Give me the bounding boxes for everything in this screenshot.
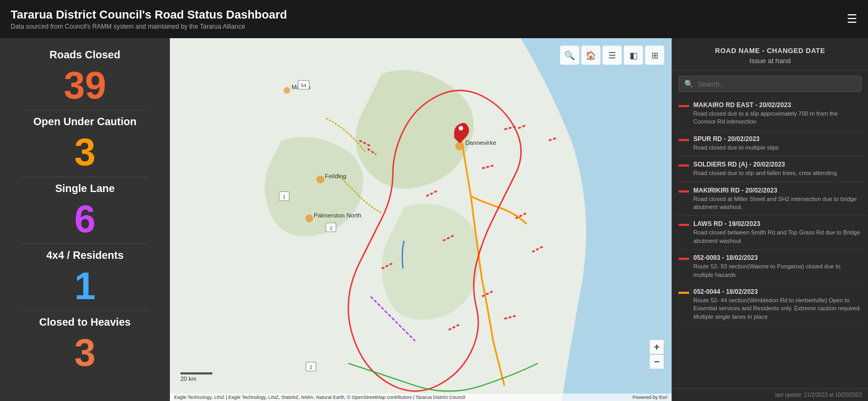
road-status-indicator — [678, 164, 689, 167]
map-attribution: Eagle Technology, LINZ | Eagle Technolog… — [170, 394, 672, 401]
stat-label-2: Single Lane — [55, 182, 115, 195]
road-item-description: Road closed at Miller Street and SH2 int… — [693, 195, 862, 212]
svg-text:54: 54 — [301, 82, 307, 88]
road-list-item[interactable]: SPUR RD - 20/02/2023Road closed due to m… — [674, 131, 866, 156]
svg-text:2: 2 — [330, 225, 332, 231]
road-item-description: Route 52- 93 section(Waione to Pongaroa)… — [693, 263, 862, 279]
road-item-title: MAKIRIKIRI RD - 20/02/2023 — [693, 187, 862, 194]
svg-point-23 — [459, 126, 463, 130]
stat-value-1: 3 — [74, 133, 96, 171]
road-item-title: LAWS RD - 19/02/2023 — [693, 220, 862, 228]
search-input[interactable] — [698, 80, 856, 88]
svg-point-17 — [316, 176, 324, 184]
road-list-item[interactable]: 052-0044 - 18/02/2023Route 52- 44 sectio… — [674, 284, 866, 326]
map-zoom-controls: + − — [649, 339, 664, 369]
stat-label-1: Open Under Caution — [33, 116, 136, 128]
map-layers-button[interactable]: ◧ — [624, 46, 643, 65]
road-list-item[interactable]: SOLDIERS RD (A) - 20/02/2023Road closed … — [674, 156, 866, 182]
main-content: Roads Closed 39 Open Under Caution 3 Sin… — [0, 38, 868, 401]
road-detail-title: ROAD NAME - CHANGED DATE — [681, 47, 860, 55]
road-status-indicator — [678, 190, 689, 193]
road-item-description: Road closed due to multiple slips — [693, 144, 862, 152]
road-item-content: SPUR RD - 20/02/2023Road closed due to m… — [693, 135, 862, 152]
app-header: Tararua District Council's Road Status D… — [0, 0, 868, 38]
road-item-content: LAWS RD - 19/02/2023Road closed between … — [693, 220, 862, 245]
road-list: MAKAIRO RD EAST - 20/02/2023Road closed … — [672, 97, 868, 388]
road-detail-header: ROAD NAME - CHANGED DATE Issue at hand — [672, 38, 868, 71]
road-status-indicator — [678, 292, 689, 294]
map-home-button[interactable]: 🏠 — [581, 46, 600, 65]
stat-value-0: 39 — [64, 66, 106, 104]
last-update-text: last update: 21/2/2023 at 10/20/2023 — [672, 388, 868, 401]
scale-label: 20 km — [181, 376, 196, 382]
svg-text:Feilding: Feilding — [325, 173, 346, 179]
svg-text:1: 1 — [283, 194, 286, 199]
svg-text:2: 2 — [310, 364, 312, 370]
stat-value-4: 3 — [74, 334, 96, 372]
right-panel: ROAD NAME - CHANGED DATE Issue at hand 🔍… — [672, 38, 868, 401]
road-item-title: SOLDIERS RD (A) - 20/02/2023 — [693, 161, 862, 168]
map-area[interactable]: 🔍 🏠 ☰ ◧ ⊞ + − 20 km — [170, 38, 672, 401]
map-list-button[interactable]: ☰ — [603, 46, 622, 65]
map-scale: 20 km — [181, 372, 212, 382]
map-qr-button[interactable]: ⊞ — [645, 46, 664, 65]
road-detail-issue: Issue at hand — [681, 57, 860, 65]
svg-text:Dannevirke: Dannevirke — [466, 140, 496, 146]
road-status-indicator — [678, 105, 689, 107]
attribution-text: Eagle Technology, LINZ | Eagle Technolog… — [174, 395, 465, 400]
road-item-content: MAKIRIKIRI RD - 20/02/2023Road closed at… — [693, 187, 862, 212]
road-item-content: SOLDIERS RD (A) - 20/02/2023Road closed … — [693, 161, 862, 177]
road-item-description: Route 52- 44 section(Wimbledon Rd to Her… — [693, 297, 862, 321]
scale-bar — [181, 372, 212, 374]
search-box[interactable]: 🔍 — [678, 76, 862, 92]
road-item-description: Road closed due to slip and fallen trees… — [693, 169, 862, 177]
road-item-description: Road closed between Smith Rd and Top Gra… — [693, 229, 862, 245]
powered-text: Powered by Esri — [632, 395, 667, 400]
svg-point-21 — [283, 87, 290, 94]
road-item-title: SPUR RD - 20/02/2023 — [693, 135, 862, 143]
svg-text:Palmerston North: Palmerston North — [314, 212, 362, 219]
app-title: Tararua District Council's Road Status D… — [11, 8, 287, 22]
road-list-item[interactable]: LAWS RD - 19/02/2023Road closed between … — [674, 216, 866, 250]
road-list-item[interactable]: 052-0093 - 18/02/2023Route 52- 93 sectio… — [674, 250, 866, 284]
stat-label-4: Closed to Heavies — [39, 316, 131, 328]
search-icon: 🔍 — [684, 80, 693, 88]
road-item-description: Road closed due to a slip approximately … — [693, 110, 862, 126]
road-item-content: 052-0044 - 18/02/2023Route 52- 44 sectio… — [693, 288, 862, 321]
map-svg: Dannevirke Feilding Palmerston North Mar… — [170, 38, 672, 401]
stat-value-3: 1 — [74, 267, 96, 305]
road-status-indicator — [678, 224, 689, 226]
stat-value-2: 6 — [74, 200, 96, 238]
stat-label-3: 4x4 / Residents — [46, 249, 124, 261]
divider-4 — [21, 310, 149, 311]
stats-panel: Roads Closed 39 Open Under Caution 3 Sin… — [0, 38, 170, 401]
zoom-out-button[interactable]: − — [649, 354, 664, 369]
svg-point-19 — [305, 215, 313, 223]
menu-icon[interactable]: ☰ — [847, 12, 857, 26]
header-text: Tararua District Council's Road Status D… — [11, 8, 287, 30]
divider-2 — [21, 177, 149, 177]
road-list-item[interactable]: MAKIRIKIRI RD - 20/02/2023Road closed at… — [674, 182, 866, 216]
app-subtitle: Data sourced from Council's RAMM system … — [11, 23, 287, 30]
road-item-title: 052-0044 - 18/02/2023 — [693, 288, 862, 295]
road-status-indicator — [678, 258, 689, 260]
road-item-title: MAKAIRO RD EAST - 20/02/2023 — [693, 101, 862, 109]
road-status-indicator — [678, 139, 689, 141]
road-list-item[interactable]: MAKAIRO RD EAST - 20/02/2023Road closed … — [674, 97, 866, 131]
road-item-content: 052-0093 - 18/02/2023Route 52- 93 sectio… — [693, 254, 862, 279]
road-item-title: 052-0093 - 18/02/2023 — [693, 254, 862, 261]
stat-label-0: Roads Closed — [49, 49, 120, 61]
divider-1 — [21, 110, 149, 110]
map-search-button[interactable]: 🔍 — [560, 46, 579, 65]
map-toolbar: 🔍 🏠 ☰ ◧ ⊞ — [560, 46, 664, 65]
zoom-in-button[interactable]: + — [649, 339, 664, 354]
divider-3 — [21, 243, 149, 244]
road-item-content: MAKAIRO RD EAST - 20/02/2023Road closed … — [693, 101, 862, 126]
